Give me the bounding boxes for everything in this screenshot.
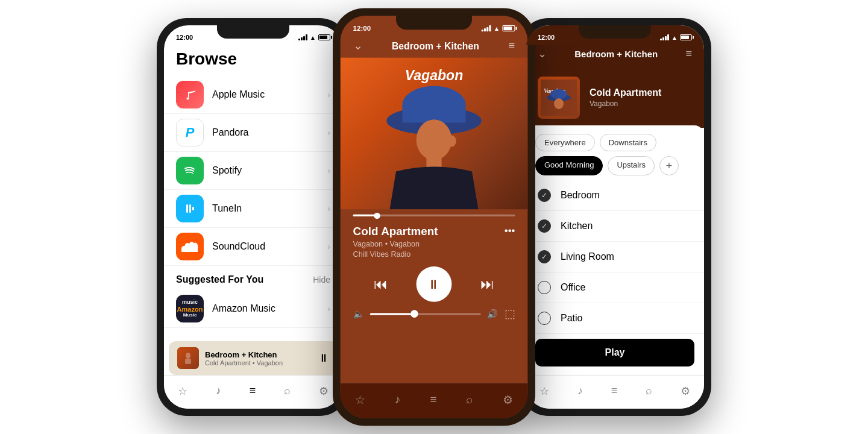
- tab-search[interactable]: ⌕: [466, 393, 473, 406]
- settings-icon: ⚙: [319, 385, 329, 398]
- airplay-icon[interactable]: ⬚: [505, 307, 515, 321]
- tab-music[interactable]: ♪: [395, 393, 400, 406]
- menu-icon[interactable]: ≡: [685, 48, 692, 60]
- suggested-title: Suggested For You: [176, 274, 263, 285]
- tab-search[interactable]: ⌕: [284, 385, 291, 397]
- tab-favorites[interactable]: ☆: [355, 392, 365, 406]
- svg-point-13: [417, 119, 452, 160]
- tab-browse[interactable]: ≡: [250, 385, 256, 397]
- favorites-icon: ☆: [178, 385, 187, 398]
- room-item-living-room[interactable]: Living Room: [526, 242, 704, 272]
- svg-rect-2: [192, 207, 194, 210]
- volume-high-icon: 🔊: [487, 309, 498, 319]
- service-item-spotify[interactable]: Spotify ›: [164, 152, 342, 190]
- phone-2-status-right: ▲: [482, 25, 515, 32]
- tunein-icon: [176, 195, 204, 222]
- soundcloud-label: SoundCloud: [212, 241, 327, 252]
- service-item-amazon[interactable]: music Amazon Music Amazon Music ›: [164, 290, 342, 328]
- phone-2: 12:00 ▲ ⌄ Bedroom + Kitchen ≡: [333, 8, 535, 426]
- browse-icon: ≡: [611, 385, 618, 397]
- room-track-title: Cold Apartment: [590, 87, 661, 98]
- chevron-icon: ›: [327, 304, 330, 313]
- spotify-icon: [176, 157, 204, 184]
- phone-1-time: 12:00: [176, 34, 193, 41]
- progress-bar[interactable]: [341, 209, 528, 221]
- phone-3-tab-bar: ☆ ♪ ≡ ⌕ ⚙: [526, 375, 704, 409]
- chip-upstairs[interactable]: Upstairs: [608, 156, 655, 175]
- menu-icon[interactable]: ≡: [508, 39, 515, 52]
- tab-search[interactable]: ⌕: [646, 385, 652, 397]
- tab-settings[interactable]: ⚙: [319, 385, 329, 398]
- tab-music[interactable]: ♪: [216, 385, 221, 397]
- tab-browse[interactable]: ≡: [430, 393, 436, 406]
- tab-favorites[interactable]: ☆: [539, 385, 549, 398]
- service-item-soundcloud[interactable]: SoundCloud ›: [164, 228, 342, 266]
- hide-button[interactable]: Hide: [313, 275, 330, 285]
- mini-player-title: Bedroom + Kitchen: [205, 350, 312, 359]
- phones-container: 12:00 ▲ Browse: [0, 0, 868, 434]
- chip-everywhere[interactable]: Everywhere: [535, 134, 595, 151]
- service-item-apple-music[interactable]: Apple Music ›: [164, 76, 342, 114]
- soundcloud-icon: [176, 233, 204, 260]
- suggested-list: music Amazon Music Amazon Music ›: [164, 290, 342, 328]
- volume-track[interactable]: [370, 313, 481, 315]
- room-item-bedroom[interactable]: Bedroom: [526, 180, 704, 211]
- svg-point-8: [186, 353, 190, 359]
- mini-player-thumb: [177, 347, 199, 369]
- svg-rect-7: [181, 249, 198, 252]
- apple-music-label: Apple Music: [212, 89, 327, 100]
- tab-settings[interactable]: ⚙: [503, 392, 513, 406]
- track-artist: Vagabon • Vagabon: [353, 240, 438, 249]
- suggested-header: Suggested For You Hide: [164, 266, 342, 290]
- previous-button[interactable]: ⏮: [374, 276, 388, 292]
- phone-1-tab-bar: ☆ ♪ ≡ ⌕ ⚙: [164, 375, 342, 409]
- room-item-office[interactable]: Office: [526, 272, 704, 303]
- office-check: [538, 281, 551, 294]
- tab-browse[interactable]: ≡: [611, 385, 618, 397]
- track-title: Cold Apartment: [353, 225, 438, 239]
- chevron-down-icon[interactable]: ⌄: [353, 39, 363, 52]
- more-options-icon[interactable]: •••: [505, 225, 515, 237]
- room-track-info: Cold Apartment Vagabon: [590, 87, 661, 108]
- favorites-icon: ☆: [355, 392, 365, 406]
- play-button[interactable]: Play: [535, 339, 694, 366]
- amazon-icon: music Amazon Music: [176, 295, 204, 322]
- mini-player[interactable]: Bedroom + Kitchen Cold Apartment • Vagab…: [169, 341, 338, 375]
- album-art-bg: Vagabon: [341, 57, 528, 209]
- chevron-icon: ›: [327, 90, 330, 99]
- search-icon: ⌕: [284, 385, 291, 397]
- tunein-label: TuneIn: [212, 203, 327, 214]
- wifi-icon: ▲: [310, 34, 316, 41]
- chip-downstairs[interactable]: Downstairs: [600, 134, 656, 151]
- service-item-pandora[interactable]: P Pandora ›: [164, 114, 342, 152]
- phone-3-status-right: ▲: [660, 34, 692, 41]
- tab-settings[interactable]: ⚙: [681, 385, 690, 398]
- office-label: Office: [561, 282, 692, 293]
- mini-player-info: Bedroom + Kitchen Cold Apartment • Vagab…: [205, 350, 312, 366]
- music-icon: ♪: [216, 385, 221, 397]
- chevron-down-icon[interactable]: ⌄: [538, 47, 547, 60]
- bedroom-label: Bedroom: [561, 190, 692, 201]
- room-header-title: Bedroom + Kitchen: [574, 49, 658, 59]
- volume-dot: [410, 310, 418, 318]
- kitchen-label: Kitchen: [561, 221, 692, 231]
- progress-dot: [374, 212, 381, 219]
- svg-rect-9: [185, 359, 191, 364]
- add-chip-button[interactable]: +: [659, 156, 679, 175]
- browse-title: Browse: [164, 45, 342, 76]
- service-item-tunein[interactable]: TuneIn ›: [164, 190, 342, 228]
- room-item-patio[interactable]: Patio: [526, 303, 704, 334]
- room-item-kitchen[interactable]: Kitchen: [526, 211, 704, 242]
- phone-2-time: 12:00: [353, 25, 371, 33]
- next-button[interactable]: ⏭: [480, 276, 494, 292]
- music-icon: ♪: [577, 385, 583, 397]
- tab-music[interactable]: ♪: [577, 385, 583, 397]
- tab-favorites[interactable]: ☆: [178, 385, 187, 398]
- chip-good-morning[interactable]: Good Morning: [535, 156, 603, 175]
- pause-button[interactable]: ⏸: [417, 266, 452, 302]
- search-icon: ⌕: [646, 385, 652, 397]
- pause-icon[interactable]: ⏸: [318, 352, 329, 365]
- browse-icon: ≡: [430, 393, 436, 406]
- album-art: Vagabon: [341, 57, 528, 209]
- music-icon: ♪: [395, 393, 400, 406]
